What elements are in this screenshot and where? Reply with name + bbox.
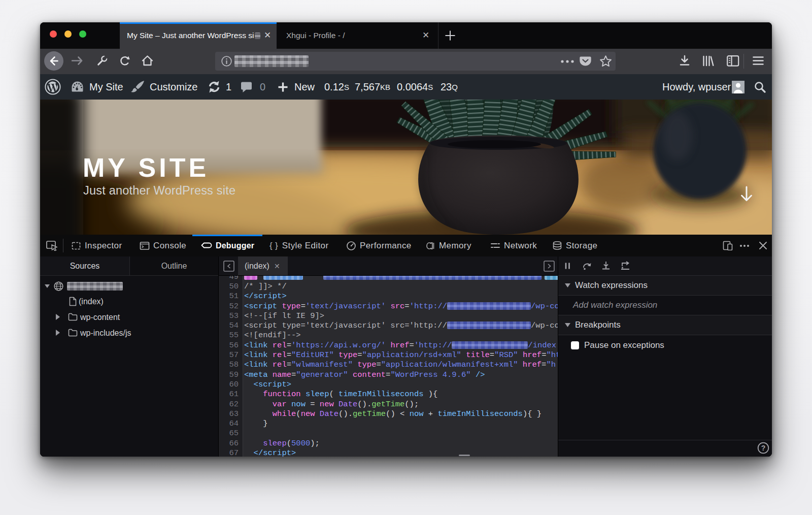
svg-text:?: ? — [761, 444, 766, 452]
